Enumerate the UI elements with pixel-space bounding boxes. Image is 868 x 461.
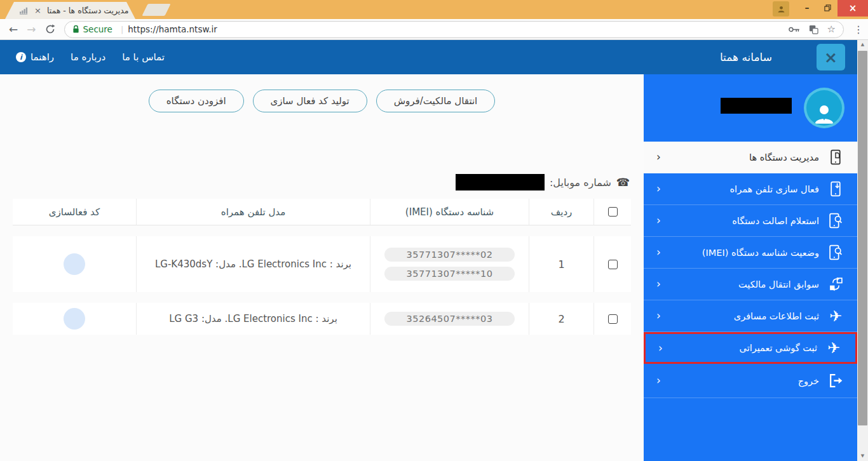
sidebar-item-logout[interactable]: خروج ‹ bbox=[644, 364, 857, 398]
action-buttons: انتقال مالکیت/فروش تولید کد فعال سازی اف… bbox=[0, 90, 644, 112]
generate-activation-code-button[interactable]: تولید کد فعال سازی bbox=[253, 90, 367, 112]
back-icon[interactable]: ← bbox=[9, 24, 18, 35]
person-icon bbox=[811, 100, 837, 126]
header-imei: شناسه دستگاه (IMEI) bbox=[370, 199, 529, 225]
imei-value: 35771307*****10 bbox=[384, 267, 515, 281]
chevron-left-icon: ‹ bbox=[656, 311, 661, 321]
transfer-icon bbox=[824, 276, 847, 292]
phone-download-icon bbox=[824, 181, 847, 197]
chevron-left-icon: ‹ bbox=[656, 152, 661, 163]
activation-code-spinner[interactable] bbox=[64, 308, 85, 330]
browser-tab[interactable]: × مدیریت دستگاه ها - همتا bbox=[5, 2, 135, 19]
header-nav: تماس با ما درباره ما راهنما i bbox=[16, 40, 165, 74]
nav-contact-us[interactable]: تماس با ما bbox=[122, 51, 165, 63]
scrollbar-thumb[interactable] bbox=[858, 51, 867, 425]
bookmark-star-icon[interactable]: ☆ bbox=[827, 23, 836, 35]
new-tab-button[interactable] bbox=[142, 4, 170, 16]
table-header-row: ردیف شناسه دستگاه (IMEI) مدل تلفن همراه … bbox=[13, 199, 631, 225]
chevron-left-icon: ‹ bbox=[656, 375, 661, 386]
header-model: مدل تلفن همراه bbox=[137, 199, 370, 225]
sidebar-item-label: مدیریت دستگاه ها bbox=[661, 152, 819, 163]
device-model: برند : LG Electronics Inc. مدل: LG G3 bbox=[137, 303, 370, 335]
devices-table: ردیف شناسه دستگاه (IMEI) مدل تلفن همراه … bbox=[13, 199, 631, 335]
sidebar-item-phone-activation[interactable]: فعال سازی تلفن همراه ‹ bbox=[644, 173, 857, 205]
url-text: https://hamta.ntsw.ir bbox=[128, 24, 217, 34]
sidebar: مدیریت دستگاه ها ‹ فعال سازی تلفن همراه … bbox=[644, 74, 857, 461]
avatar bbox=[804, 88, 844, 128]
main-content: انتقال مالکیت/فروش تولید کد فعال سازی اف… bbox=[0, 74, 644, 461]
phone-search-icon bbox=[824, 244, 847, 260]
activation-code-spinner[interactable] bbox=[64, 253, 85, 275]
sidebar-item-label: خروج bbox=[661, 376, 819, 386]
info-icon: i bbox=[16, 52, 26, 62]
sidebar-item-label: استعلام اصالت دستگاه bbox=[661, 216, 819, 226]
row-checkbox[interactable] bbox=[608, 314, 618, 324]
tab-strip: × مدیریت دستگاه ها - همتا – × bbox=[0, 0, 868, 19]
imei-value: 35264507*****03 bbox=[384, 312, 515, 326]
header-activation-code: کد فعالسازی bbox=[13, 199, 137, 225]
airplane-icon: ✈ bbox=[824, 309, 847, 324]
browser-window: × مدیریت دستگاه ها - همتا – × ← → bbox=[0, 0, 868, 461]
sidebar-item-travel-info[interactable]: ✈ ثبت اطلاعات مسافری ‹ bbox=[644, 300, 857, 332]
chevron-left-icon: ‹ bbox=[656, 279, 661, 290]
sidebar-item-device-management[interactable]: مدیریت دستگاه ها ‹ bbox=[644, 142, 857, 173]
add-device-button[interactable]: افزودن دستگاه bbox=[149, 90, 244, 112]
logout-icon bbox=[824, 373, 847, 388]
translate-icon[interactable] bbox=[809, 25, 818, 34]
row-checkbox[interactable] bbox=[608, 260, 618, 269]
select-all-checkbox[interactable] bbox=[608, 207, 618, 217]
transfer-ownership-button[interactable]: انتقال مالکیت/فروش bbox=[376, 90, 495, 112]
sidebar-item-label: فعال سازی تلفن همراه bbox=[661, 184, 819, 194]
header-row-number: ردیف bbox=[529, 199, 594, 225]
airplane-icon: ✈ bbox=[822, 340, 845, 356]
sidebar-profile bbox=[644, 74, 857, 142]
mobile-number-row: ☎ شماره موبایل: bbox=[0, 174, 630, 190]
window-controls: – × bbox=[773, 0, 868, 17]
key-icon[interactable] bbox=[788, 26, 800, 33]
secure-label: Secure bbox=[83, 24, 112, 34]
lock-icon bbox=[72, 25, 79, 34]
scroll-down-icon[interactable]: ▼ bbox=[857, 451, 868, 461]
nav-help[interactable]: راهنما i bbox=[16, 51, 54, 63]
sidebar-item-repair-phone[interactable]: ✈ ثبت گوشی تعمیراتی ‹ bbox=[644, 332, 857, 364]
app-brand: سامانه همتا bbox=[720, 40, 772, 74]
sidebar-item-label: وضعیت شناسه دستگاه (IMEI) bbox=[661, 248, 819, 258]
mobile-number-label: شماره موبایل: bbox=[550, 177, 611, 189]
sidebar-item-authenticity-inquiry[interactable]: استعلام اصالت دستگاه ‹ bbox=[644, 205, 857, 237]
phone-icon: ☎ bbox=[616, 176, 630, 189]
sidebar-toggle-button[interactable]: × bbox=[817, 44, 845, 70]
redacted-mobile-number bbox=[456, 174, 545, 190]
restore-button[interactable] bbox=[817, 0, 837, 15]
table-row: 1 35771307*****02 35771307*****10 برند :… bbox=[13, 236, 631, 292]
phone-sim-icon bbox=[824, 149, 847, 165]
page-scrollbar[interactable]: ▲ ▼ bbox=[857, 40, 868, 461]
chevron-left-icon: ‹ bbox=[656, 184, 661, 194]
sidebar-item-label: ثبت گوشی تعمیراتی bbox=[663, 343, 817, 353]
hamta-app: سامانه همتا × تماس با ما درباره ما راهنم… bbox=[0, 40, 868, 461]
url-bar: ← → Secure | https://hamta.ntsw.ir bbox=[0, 19, 868, 40]
nav-about-us[interactable]: درباره ما bbox=[71, 51, 105, 63]
forward-icon: → bbox=[27, 24, 36, 35]
chevron-left-icon: ‹ bbox=[656, 247, 661, 258]
device-model: برند : LG Electronics Inc. مدل: LG-K430d… bbox=[137, 236, 370, 292]
sidebar-item-imei-status[interactable]: وضعیت شناسه دستگاه (IMEI) ‹ bbox=[644, 237, 857, 269]
redacted-username bbox=[721, 98, 792, 114]
reload-icon[interactable] bbox=[45, 24, 55, 34]
restore-icon bbox=[824, 4, 831, 11]
favicon-signal-icon bbox=[19, 6, 29, 15]
minimize-button[interactable]: – bbox=[797, 0, 817, 15]
sidebar-item-label: سوابق انتقال مالکیت bbox=[661, 279, 819, 290]
person-icon bbox=[777, 5, 785, 13]
address-field[interactable]: Secure | https://hamta.ntsw.ir ☆ bbox=[64, 21, 844, 38]
browser-profile-button[interactable] bbox=[773, 1, 789, 17]
browser-menu-icon[interactable]: ⋮ bbox=[849, 23, 868, 36]
scroll-up-icon[interactable]: ▲ bbox=[857, 40, 868, 50]
chevron-left-icon: ‹ bbox=[656, 215, 661, 226]
sidebar-item-label: ثبت اطلاعات مسافری bbox=[661, 311, 819, 321]
chevron-left-icon: ‹ bbox=[658, 343, 663, 354]
sidebar-item-ownership-history[interactable]: سوابق انتقال مالکیت ‹ bbox=[644, 269, 857, 300]
row-number: 1 bbox=[529, 236, 594, 292]
tab-close-icon[interactable]: × bbox=[34, 6, 41, 15]
close-window-button[interactable]: × bbox=[837, 0, 868, 17]
row-number: 2 bbox=[529, 303, 594, 335]
